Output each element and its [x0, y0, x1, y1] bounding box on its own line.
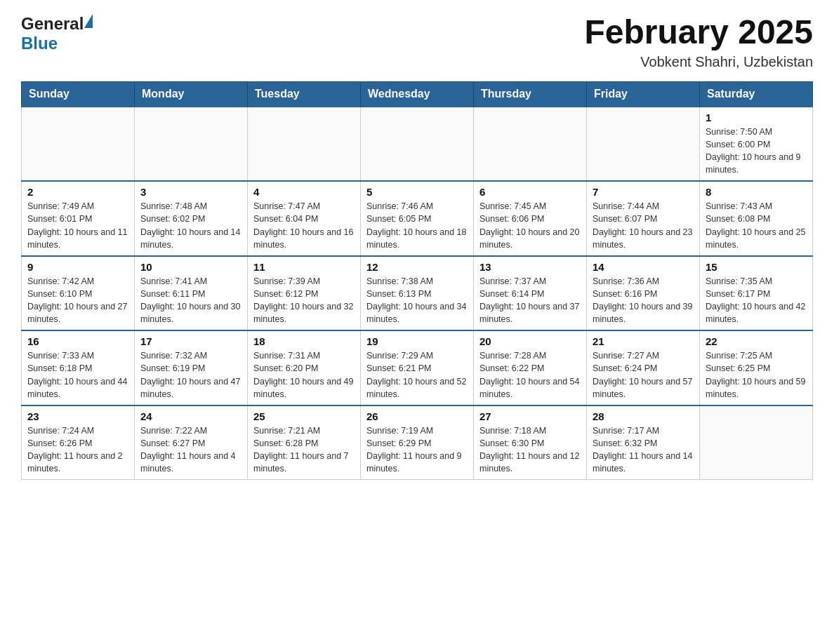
header-monday: Monday — [135, 81, 248, 107]
day-info: Sunrise: 7:45 AMSunset: 6:06 PMDaylight:… — [479, 200, 581, 251]
calendar-cell: 19Sunrise: 7:29 AMSunset: 6:21 PMDayligh… — [361, 330, 474, 405]
calendar-table: Sunday Monday Tuesday Wednesday Thursday… — [21, 81, 813, 481]
calendar-cell: 14Sunrise: 7:36 AMSunset: 6:16 PMDayligh… — [587, 256, 700, 331]
calendar-cell: 24Sunrise: 7:22 AMSunset: 6:27 PMDayligh… — [135, 405, 248, 480]
day-info: Sunrise: 7:18 AMSunset: 6:30 PMDaylight:… — [479, 424, 581, 476]
day-number: 18 — [253, 335, 355, 347]
logo-blue-text: Blue — [21, 34, 58, 53]
day-number: 20 — [479, 335, 581, 347]
calendar-cell: 8Sunrise: 7:43 AMSunset: 6:08 PMDaylight… — [700, 181, 813, 256]
calendar-cell: 27Sunrise: 7:18 AMSunset: 6:30 PMDayligh… — [474, 405, 587, 480]
day-info: Sunrise: 7:32 AMSunset: 6:19 PMDaylight:… — [140, 349, 241, 401]
day-number: 7 — [593, 186, 694, 198]
day-number: 17 — [140, 335, 241, 347]
calendar-cell: 15Sunrise: 7:35 AMSunset: 6:17 PMDayligh… — [700, 256, 813, 331]
day-number: 26 — [366, 410, 468, 422]
day-number: 13 — [479, 261, 581, 273]
day-number: 11 — [253, 261, 355, 273]
calendar-header: Sunday Monday Tuesday Wednesday Thursday… — [22, 81, 813, 107]
calendar-cell: 28Sunrise: 7:17 AMSunset: 6:32 PMDayligh… — [587, 405, 700, 480]
day-number: 10 — [140, 261, 241, 273]
calendar-week-row: 16Sunrise: 7:33 AMSunset: 6:18 PMDayligh… — [22, 330, 813, 405]
day-info: Sunrise: 7:28 AMSunset: 6:22 PMDaylight:… — [479, 349, 581, 401]
calendar-cell: 26Sunrise: 7:19 AMSunset: 6:29 PMDayligh… — [361, 405, 474, 480]
day-info: Sunrise: 7:31 AMSunset: 6:20 PMDaylight:… — [253, 349, 355, 401]
header-wednesday: Wednesday — [361, 81, 474, 107]
calendar-cell: 11Sunrise: 7:39 AMSunset: 6:12 PMDayligh… — [248, 256, 361, 331]
calendar-cell: 23Sunrise: 7:24 AMSunset: 6:26 PMDayligh… — [22, 405, 135, 480]
day-info: Sunrise: 7:44 AMSunset: 6:07 PMDaylight:… — [593, 200, 694, 251]
day-info: Sunrise: 7:49 AMSunset: 6:01 PMDaylight:… — [27, 200, 128, 251]
month-title: February 2025 — [584, 14, 813, 51]
calendar-cell: 13Sunrise: 7:37 AMSunset: 6:14 PMDayligh… — [474, 256, 587, 331]
day-number: 6 — [479, 186, 581, 198]
day-number: 12 — [366, 261, 468, 273]
calendar-cell — [587, 107, 700, 182]
day-number: 27 — [479, 410, 581, 422]
day-number: 9 — [27, 261, 128, 273]
day-number: 28 — [593, 410, 694, 422]
day-info: Sunrise: 7:39 AMSunset: 6:12 PMDaylight:… — [253, 275, 355, 326]
calendar-cell: 20Sunrise: 7:28 AMSunset: 6:22 PMDayligh… — [474, 330, 587, 405]
day-number: 8 — [706, 186, 807, 198]
day-number: 4 — [253, 186, 355, 198]
calendar-cell: 9Sunrise: 7:42 AMSunset: 6:10 PMDaylight… — [22, 256, 135, 331]
calendar-week-row: 23Sunrise: 7:24 AMSunset: 6:26 PMDayligh… — [22, 405, 813, 480]
calendar-cell — [361, 107, 474, 182]
day-info: Sunrise: 7:24 AMSunset: 6:26 PMDaylight:… — [27, 424, 128, 476]
calendar-cell: 22Sunrise: 7:25 AMSunset: 6:25 PMDayligh… — [700, 330, 813, 405]
day-number: 5 — [366, 186, 468, 198]
day-number: 24 — [140, 410, 241, 422]
calendar-cell: 4Sunrise: 7:47 AMSunset: 6:04 PMDaylight… — [248, 181, 361, 256]
title-block: February 2025 Vobkent Shahri, Uzbekistan — [584, 14, 813, 70]
calendar-cell: 21Sunrise: 7:27 AMSunset: 6:24 PMDayligh… — [587, 330, 700, 405]
calendar-cell: 6Sunrise: 7:45 AMSunset: 6:06 PMDaylight… — [474, 181, 587, 256]
day-info: Sunrise: 7:19 AMSunset: 6:29 PMDaylight:… — [366, 424, 468, 476]
day-info: Sunrise: 7:42 AMSunset: 6:10 PMDaylight:… — [27, 275, 128, 326]
day-number: 23 — [27, 410, 128, 422]
day-number: 25 — [253, 410, 355, 422]
logo-triangle-icon — [84, 14, 93, 28]
page-header: General Blue February 2025 Vobkent Shahr… — [21, 14, 813, 70]
day-number: 19 — [366, 335, 468, 347]
day-info: Sunrise: 7:48 AMSunset: 6:02 PMDaylight:… — [140, 200, 241, 251]
day-info: Sunrise: 7:17 AMSunset: 6:32 PMDaylight:… — [593, 424, 694, 476]
calendar-cell: 5Sunrise: 7:46 AMSunset: 6:05 PMDaylight… — [361, 181, 474, 256]
day-info: Sunrise: 7:25 AMSunset: 6:25 PMDaylight:… — [706, 349, 807, 401]
calendar-cell — [248, 107, 361, 182]
calendar-cell: 25Sunrise: 7:21 AMSunset: 6:28 PMDayligh… — [248, 405, 361, 480]
weekday-header-row: Sunday Monday Tuesday Wednesday Thursday… — [22, 81, 813, 107]
day-info: Sunrise: 7:43 AMSunset: 6:08 PMDaylight:… — [706, 200, 807, 251]
logo-general-text: General — [21, 14, 84, 34]
day-info: Sunrise: 7:35 AMSunset: 6:17 PMDaylight:… — [706, 275, 807, 326]
calendar-cell — [22, 107, 135, 182]
calendar-cell: 16Sunrise: 7:33 AMSunset: 6:18 PMDayligh… — [22, 330, 135, 405]
calendar-cell — [135, 107, 248, 182]
day-number: 14 — [593, 261, 694, 273]
day-info: Sunrise: 7:41 AMSunset: 6:11 PMDaylight:… — [140, 275, 241, 326]
calendar-cell: 17Sunrise: 7:32 AMSunset: 6:19 PMDayligh… — [135, 330, 248, 405]
day-number: 15 — [706, 261, 807, 273]
calendar-cell: 7Sunrise: 7:44 AMSunset: 6:07 PMDaylight… — [587, 181, 700, 256]
day-number: 22 — [706, 335, 807, 347]
calendar-cell: 12Sunrise: 7:38 AMSunset: 6:13 PMDayligh… — [361, 256, 474, 331]
day-number: 3 — [140, 186, 241, 198]
day-info: Sunrise: 7:33 AMSunset: 6:18 PMDaylight:… — [27, 349, 128, 401]
day-number: 1 — [706, 112, 807, 123]
day-info: Sunrise: 7:38 AMSunset: 6:13 PMDaylight:… — [366, 275, 468, 326]
day-number: 2 — [27, 186, 128, 198]
day-info: Sunrise: 7:27 AMSunset: 6:24 PMDaylight:… — [593, 349, 694, 401]
calendar-cell: 1Sunrise: 7:50 AMSunset: 6:00 PMDaylight… — [700, 107, 813, 182]
day-info: Sunrise: 7:50 AMSunset: 6:00 PMDaylight:… — [706, 126, 807, 177]
calendar-week-row: 2Sunrise: 7:49 AMSunset: 6:01 PMDaylight… — [22, 181, 813, 256]
calendar-cell: 3Sunrise: 7:48 AMSunset: 6:02 PMDaylight… — [135, 181, 248, 256]
calendar-cell: 18Sunrise: 7:31 AMSunset: 6:20 PMDayligh… — [248, 330, 361, 405]
calendar-cell: 10Sunrise: 7:41 AMSunset: 6:11 PMDayligh… — [135, 256, 248, 331]
header-thursday: Thursday — [474, 81, 587, 107]
calendar-week-row: 9Sunrise: 7:42 AMSunset: 6:10 PMDaylight… — [22, 256, 813, 331]
day-info: Sunrise: 7:47 AMSunset: 6:04 PMDaylight:… — [253, 200, 355, 251]
day-info: Sunrise: 7:22 AMSunset: 6:27 PMDaylight:… — [140, 424, 241, 476]
calendar-week-row: 1Sunrise: 7:50 AMSunset: 6:00 PMDaylight… — [22, 107, 813, 182]
day-info: Sunrise: 7:46 AMSunset: 6:05 PMDaylight:… — [366, 200, 468, 251]
header-sunday: Sunday — [22, 81, 135, 107]
